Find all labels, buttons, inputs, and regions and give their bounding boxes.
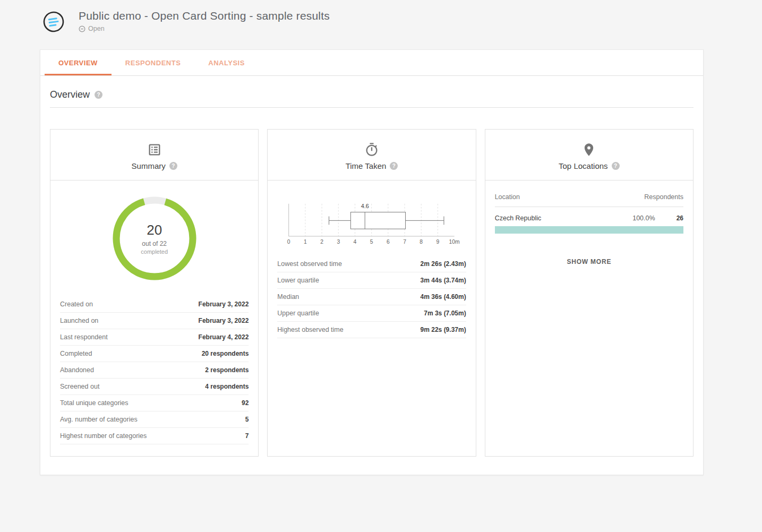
svg-text:3: 3 [337, 239, 340, 245]
svg-text:5: 5 [370, 239, 373, 245]
stat-value: February 3, 2022 [199, 317, 249, 324]
stat-row-highest-time: Highest observed time9m 22s (9.37m) [277, 322, 466, 338]
stat-row-abandoned: Abandoned2 respondents [60, 362, 249, 379]
stat-row-total-unique-categories: Total unique categories92 [60, 395, 249, 411]
donut-completed-label: completed [141, 248, 168, 255]
stat-value: 2 respondents [205, 366, 249, 374]
time-taken-card-title: Time Taken [346, 161, 387, 170]
summary-stats: Created onFebruary 3, 2022 Launched onFe… [60, 296, 249, 444]
stat-row-avg-categories: Avg. number of categories5 [60, 411, 249, 428]
stat-label: Total unique categories [60, 399, 129, 407]
donut-completed-count: 20 [147, 222, 162, 238]
stat-label: Created on [60, 301, 93, 308]
svg-text:1: 1 [304, 239, 307, 245]
stat-value: 4 respondents [205, 383, 249, 390]
location-column-header: Location [495, 193, 520, 201]
stat-row-lowest-time: Lowest observed time2m 26s (2.43m) [277, 256, 466, 272]
svg-text:10m: 10m [449, 239, 460, 245]
top-locations-card: Top Locations ? Location Respondents Cze… [485, 129, 693, 457]
time-taken-card-header: Time Taken ? [268, 130, 475, 181]
stat-label: Launched on [60, 317, 98, 324]
summary-help-icon[interactable]: ? [169, 162, 177, 170]
svg-text:2: 2 [321, 239, 324, 245]
section-title: Overview [50, 89, 90, 100]
stat-value: 4m 36s (4.60m) [421, 293, 466, 301]
svg-text:7: 7 [403, 239, 406, 245]
app-header: Public demo - Open Card Sorting - sample… [0, 0, 762, 34]
stat-row-launched-on: Launched onFebruary 3, 2022 [60, 313, 249, 329]
summary-card: Summary ? 20 out of 22 [50, 129, 259, 457]
stat-label: Screened out [60, 383, 99, 390]
stat-row-completed: Completed20 respondents [60, 346, 249, 362]
time-taken-help-icon[interactable]: ? [390, 162, 398, 170]
time-taken-card-body: 012345678910m4.6 Lowest observed time2m … [268, 181, 475, 350]
section-heading: Overview ? [50, 76, 693, 107]
stat-value: 92 [242, 399, 249, 407]
show-more-button[interactable]: SHOW MORE [559, 254, 619, 270]
cards-row: Summary ? 20 out of 22 [50, 129, 693, 457]
stat-value: 7 [245, 432, 249, 440]
location-name: Czech Republic [495, 214, 633, 222]
location-respondent-count: 26 [677, 214, 683, 222]
donut-center: 20 out of 22 completed [112, 195, 198, 281]
stat-row-created-on: Created onFebruary 3, 2022 [60, 296, 249, 313]
donut-out-of-label: out of 22 [142, 240, 167, 247]
title-block: Public demo - Open Card Sorting - sample… [79, 10, 330, 32]
svg-text:0: 0 [287, 239, 290, 245]
stat-row-last-respondent: Last respondentFebruary 4, 2022 [60, 329, 249, 346]
stat-label: Upper quartile [277, 310, 319, 317]
time-boxplot-chart: 012345678910m4.6 [277, 195, 466, 245]
svg-text:9: 9 [436, 239, 440, 245]
time-taken-card: Time Taken ? 012345678910m4.6 Lowest obs… [267, 129, 476, 457]
location-bar [495, 226, 683, 234]
stat-label: Avg. number of categories [60, 416, 138, 423]
location-pin-icon [581, 142, 596, 157]
stat-row-highest-categories: Highest number of categories7 [60, 428, 249, 444]
top-locations-card-body: Location Respondents Czech Republic 100.… [485, 181, 693, 282]
stat-value: 9m 22s (9.37m) [421, 326, 466, 333]
stat-value: 5 [245, 416, 249, 423]
overview-content: Overview ? Summary [40, 76, 703, 475]
stat-value: February 4, 2022 [199, 333, 249, 341]
page: Public demo - Open Card Sorting - sample… [0, 0, 762, 532]
tab-analysis[interactable]: ANALYSIS [194, 50, 259, 75]
stat-row-screened-out: Screened out4 respondents [60, 379, 249, 395]
completion-donut-chart: 20 out of 22 completed [112, 195, 198, 281]
stat-label: Highest number of categories [60, 432, 147, 440]
stat-row-lower-quartile: Lower quartile3m 44s (3.74m) [277, 272, 466, 289]
location-percent: 100.0% [632, 214, 655, 222]
top-locations-help-icon[interactable]: ? [612, 162, 620, 170]
stat-value: February 3, 2022 [199, 301, 249, 308]
results-panel: OVERVIEW RESPONDENTS ANALYSIS Overview ? [40, 49, 704, 475]
time-taken-stats: Lowest observed time2m 26s (2.43m) Lower… [277, 256, 466, 338]
location-row: Czech Republic 100.0% 26 [495, 207, 683, 226]
page-title: Public demo - Open Card Sorting - sample… [79, 10, 330, 22]
tab-bar: OVERVIEW RESPONDENTS ANALYSIS [40, 50, 703, 76]
svg-text:4.6: 4.6 [361, 203, 369, 209]
study-status: Open [79, 25, 330, 32]
stat-label: Lowest observed time [277, 260, 342, 268]
stat-label: Abandoned [60, 366, 94, 374]
stat-value: 7m 3s (7.05m) [424, 310, 466, 317]
summary-card-header: Summary ? [50, 130, 258, 181]
top-locations-card-header: Top Locations ? [485, 130, 693, 181]
locations-table-header: Location Respondents [495, 193, 683, 207]
stat-row-upper-quartile: Upper quartile7m 3s (7.05m) [277, 305, 466, 322]
stat-row-median: Median4m 36s (4.60m) [277, 289, 466, 305]
app-logo [41, 10, 66, 34]
stat-label: Lower quartile [277, 277, 319, 284]
location-bar-fill [495, 226, 683, 234]
tab-respondents[interactable]: RESPONDENTS [112, 50, 194, 75]
tab-overview[interactable]: OVERVIEW [45, 50, 112, 75]
stat-label: Completed [60, 350, 92, 357]
svg-text:6: 6 [387, 239, 390, 245]
summary-card-title: Summary [132, 161, 166, 170]
timer-icon [364, 142, 379, 157]
stat-label: Median [277, 293, 299, 301]
study-status-label: Open [88, 25, 105, 32]
respondents-column-header: Respondents [644, 193, 683, 201]
section-divider [50, 107, 693, 108]
summary-icon [147, 142, 162, 157]
overview-help-icon[interactable]: ? [95, 91, 102, 99]
app-logo-icon [41, 10, 66, 34]
